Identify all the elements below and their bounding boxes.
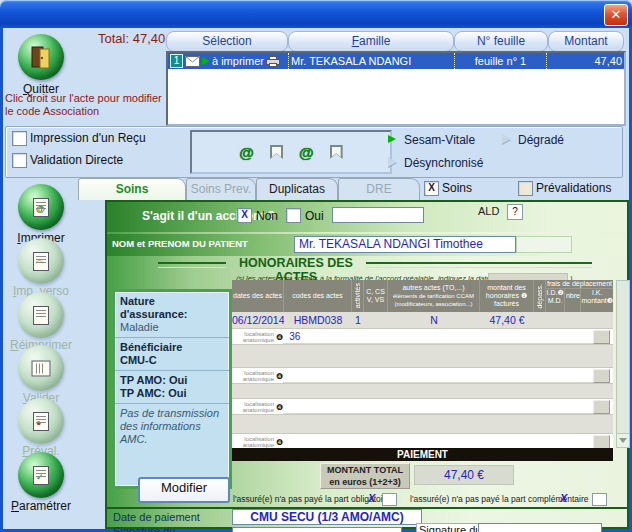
header-codes: codes des actes: [284, 280, 352, 312]
direct-validation-label: Validation Directe: [30, 153, 123, 167]
print-receipt-label: Impression d'un Reçu: [30, 131, 146, 145]
mandatory-part-checkbox[interactable]: [382, 493, 397, 506]
insurance-note: Pas de transmission des informations AMC…: [115, 404, 229, 449]
acts-scrollbar[interactable]: [616, 280, 630, 448]
modify-button[interactable]: Modifier: [138, 477, 230, 503]
signature-field-right[interactable]: [478, 523, 602, 532]
payment-date-label: Date de paiement: [113, 511, 200, 523]
direct-validation-checkbox[interactable]: [12, 153, 27, 168]
complementary-part-checkbox[interactable]: [592, 493, 607, 506]
print-button[interactable]: @: [18, 184, 64, 230]
localisation-input[interactable]: [283, 370, 593, 383]
act-frais: [534, 312, 613, 328]
signature-label-mid: Signature du: [416, 523, 484, 532]
transmission-icons-panel: @ @: [190, 130, 392, 174]
desynchronise-label: Désynchronisé: [404, 156, 483, 170]
accident-oui-label: Oui: [305, 209, 324, 223]
preval-button: ●: [18, 398, 64, 444]
pages-icon: ●: [33, 412, 49, 431]
tab-duplicatas[interactable]: Duplicatas: [256, 178, 338, 200]
header-frais-title: frais de déplacement: [546, 280, 613, 289]
localisation-picker-button[interactable]: [593, 369, 610, 383]
payment-mode-field[interactable]: CMU SECU (1/3 AMO/AMC): [232, 509, 422, 525]
title-bar[interactable]: [0, 0, 632, 28]
patient-name-extra-field[interactable]: [516, 236, 572, 253]
column-header-feuille[interactable]: N° feuille: [454, 31, 548, 52]
localisation-row[interactable]: localisationanatomique ❹: [232, 367, 613, 384]
localisation-label: localisationanatomique: [232, 331, 276, 343]
invoice-status-cell: 1 à imprimer: [168, 53, 288, 69]
validate-button: [18, 345, 64, 391]
localisation-picker-button[interactable]: [593, 435, 610, 449]
localisation-badge: ❹: [276, 438, 283, 447]
close-icon[interactable]: ✕: [604, 4, 628, 26]
header-montant-line3: facturés: [494, 300, 519, 308]
print-receipt-checkbox[interactable]: [12, 131, 27, 146]
column-header-montant[interactable]: Montant: [548, 31, 624, 52]
bookmark-flag-icon: [270, 145, 283, 159]
degrade-arrow-icon: [502, 134, 511, 144]
tab-dre[interactable]: DRE: [338, 178, 420, 200]
invoice-sheet: feuille n° 1: [454, 53, 546, 69]
tab-soins[interactable]: Soins: [78, 178, 186, 200]
localisation-input[interactable]: [283, 401, 593, 414]
accident-non-label: Non: [256, 209, 278, 223]
localisation-input[interactable]: 36: [283, 331, 593, 344]
document-icon: @: [33, 198, 49, 217]
invoice-row[interactable]: 1 à imprimer Mr. TEKASALA NDANGI feuille…: [168, 53, 624, 69]
invoice-list[interactable]: 1 à imprimer Mr. TEKASALA NDANGI feuille…: [166, 51, 626, 126]
localisation-row[interactable]: localisationanatomique ❹: [232, 398, 613, 415]
accident-date-input[interactable]: [332, 207, 424, 223]
beneficiary-value: CMU-C: [120, 354, 157, 366]
ald-help-button[interactable]: ?: [507, 204, 523, 220]
accident-non-checkbox[interactable]: X: [237, 208, 252, 223]
insurance-beneficiary-section: Bénéficiaire CMU-C: [115, 338, 229, 371]
soins-filter-checkbox[interactable]: X: [424, 181, 439, 196]
localisation-picker-button[interactable]: [593, 400, 610, 414]
insurance-info-panel: Nature d'assurance: Maladie Bénéficiaire…: [112, 289, 232, 489]
header-autres-line1: autres actes (TO,...): [402, 284, 464, 292]
insurance-tp-section: TP AMO: Oui TP AMC: Oui: [115, 371, 229, 404]
header-ik: I.K.montant❸: [581, 289, 613, 312]
payment-section-title: PAIEMENT: [232, 448, 613, 461]
header-id-md: I.D.❷M.D.: [546, 289, 565, 312]
localisation-label: localisationanatomique: [232, 401, 276, 413]
localisation-input[interactable]: [283, 436, 593, 449]
localisation-row[interactable]: localisationanatomique ❹ 36: [232, 328, 613, 345]
header-autres-line2: éléments de tarification CCAM: [393, 292, 474, 300]
scroll-down-button[interactable]: [617, 433, 629, 447]
sesam-vitale-arrow-icon: [388, 135, 396, 143]
tab-soins-prev[interactable]: Soins Prev.: [186, 178, 256, 200]
invoice-status: à imprimer: [212, 53, 264, 69]
header-autres-line3: (modificateurs, association...): [394, 300, 472, 308]
quit-button[interactable]: [18, 34, 64, 80]
envelope-icon: [185, 56, 200, 67]
complementary-part-mark: X: [560, 492, 567, 504]
signature-field-left[interactable]: [232, 527, 402, 532]
application-window: ✕ Quitter Total: 47,40 Sélection Famille…: [0, 0, 632, 532]
localisation-picker-button[interactable]: [593, 330, 610, 344]
print-verso-button: ◠: [18, 238, 64, 284]
localisation-label: localisationanatomique: [232, 436, 276, 448]
printer-icon: [33, 306, 49, 325]
header-frais-deplacement: frais de déplacement I.D.❷M.D. nbre I.K.…: [546, 280, 613, 312]
settings-button[interactable]: ✓: [18, 452, 64, 498]
soins-filter-label: Soins: [442, 181, 472, 195]
patient-name-field[interactable]: Mr. TEKASALA NDANGI Timothee: [294, 236, 516, 253]
total-amount-label: MONTANT TOTALen euros (1+2+3): [320, 463, 410, 489]
accident-oui-checkbox[interactable]: [286, 208, 301, 223]
header-montant-line1: montant des: [487, 284, 526, 292]
desynchronise-arrow-icon: [388, 157, 397, 167]
header-depass: dépass.: [534, 280, 546, 312]
insurance-nature-label: Nature d'assurance:: [120, 295, 187, 320]
header-c-cs: C, CS V, VS: [364, 280, 388, 312]
act-ccs: [364, 312, 388, 328]
act-row[interactable]: 06/12/2014 HBMD038 1 N 47,40 €: [232, 312, 613, 328]
settings-label: Paramétrer: [0, 499, 82, 513]
column-header-famille[interactable]: Famille: [288, 31, 454, 52]
header-activites-text: activités: [354, 283, 362, 308]
send-arrow-icon: [202, 57, 210, 65]
settings-document-icon: ✓: [33, 466, 49, 485]
prevalidations-checkbox[interactable]: [518, 181, 533, 196]
column-header-selection[interactable]: Sélection: [166, 31, 288, 52]
